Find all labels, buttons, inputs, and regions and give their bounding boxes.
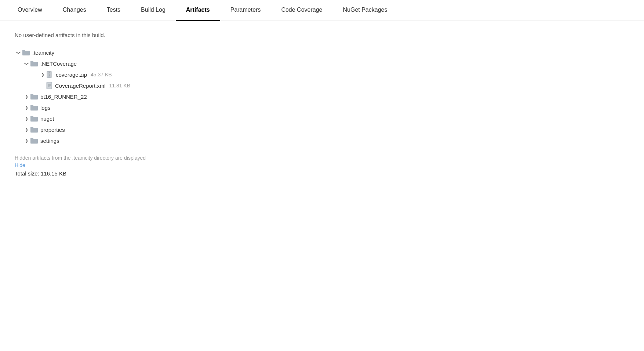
tree-item-coverage-report[interactable]: CoverageReport.xml 11.81 KB [39, 80, 629, 91]
settings-label: settings [40, 138, 59, 144]
folder-icon-settings [30, 137, 38, 144]
tab-code-coverage[interactable]: Code Coverage [271, 0, 332, 21]
svg-rect-18 [30, 116, 33, 117]
tree-item-netcoverage[interactable]: .NETCoverage [23, 58, 629, 69]
tree-item-properties[interactable]: properties [23, 124, 629, 135]
coverage-zip-label: coverage.zip [56, 72, 87, 78]
chevron-logs [23, 104, 30, 111]
coverage-report-size: 11.81 KB [109, 83, 131, 88]
folder-icon-nuget [30, 115, 38, 122]
folder-icon-logs [30, 104, 38, 111]
coverage-report-label: CoverageReport.xml [55, 83, 106, 89]
netcoverage-label: .NETCoverage [40, 61, 77, 67]
tab-artifacts[interactable]: Artifacts [176, 0, 220, 21]
tree-item-settings[interactable]: settings [23, 135, 629, 146]
properties-label: properties [40, 127, 65, 133]
main-content: No user-defined artifacts in this build.… [0, 21, 644, 188]
bt16-label: bt16_RUNNER_22 [40, 94, 87, 100]
folder-icon-properties [30, 126, 38, 133]
chevron-netcoverage [23, 60, 30, 67]
chevron-settings [23, 137, 30, 144]
teamcity-label: .teamcity [32, 50, 54, 56]
svg-rect-14 [30, 94, 33, 95]
folder-icon-teamcity [22, 49, 30, 56]
logs-label: logs [40, 105, 51, 111]
chevron-properties [23, 126, 30, 133]
no-artifacts-message: No user-defined artifacts in this build. [15, 32, 629, 38]
svg-rect-1 [22, 50, 25, 51]
hide-link[interactable]: Hide [15, 162, 629, 168]
tab-build-log[interactable]: Build Log [131, 0, 176, 21]
tab-overview[interactable]: Overview [7, 0, 52, 21]
tab-bar: Overview Changes Tests Build Log Artifac… [0, 0, 644, 21]
tree-item-teamcity[interactable]: .teamcity [15, 47, 629, 58]
folder-icon-bt16 [30, 93, 38, 100]
artifact-tree: .teamcity .NETCoverage [15, 47, 629, 146]
tab-parameters[interactable]: Parameters [220, 0, 271, 21]
svg-rect-16 [30, 105, 33, 106]
tree-item-bt16[interactable]: bt16_RUNNER_22 [23, 91, 629, 102]
folder-icon-netcoverage [30, 60, 38, 67]
tree-item-nuget[interactable]: nuget [23, 113, 629, 124]
chevron-nuget [23, 115, 30, 122]
tab-changes[interactable]: Changes [52, 0, 97, 21]
hidden-artifacts-note: Hidden artifacts from the .teamcity dire… [15, 155, 629, 161]
file-icon-coverage-report [46, 82, 53, 89]
chevron-bt16 [23, 93, 30, 100]
zip-icon-coverage [46, 71, 54, 78]
svg-rect-20 [30, 127, 33, 129]
chevron-teamcity [15, 49, 22, 56]
tree-item-coverage-zip[interactable]: coverage.zip 45.37 KB [39, 69, 629, 80]
total-size-label: Total size: 116.15 KB [15, 170, 629, 177]
nuget-label: nuget [40, 116, 54, 122]
svg-rect-3 [30, 61, 33, 62]
coverage-zip-size: 45.37 KB [91, 72, 112, 77]
chevron-coverage-zip [39, 71, 46, 78]
svg-rect-22 [30, 138, 33, 140]
tab-nuget-packages[interactable]: NuGet Packages [332, 0, 397, 21]
tree-item-logs[interactable]: logs [23, 102, 629, 113]
tab-tests[interactable]: Tests [97, 0, 131, 21]
